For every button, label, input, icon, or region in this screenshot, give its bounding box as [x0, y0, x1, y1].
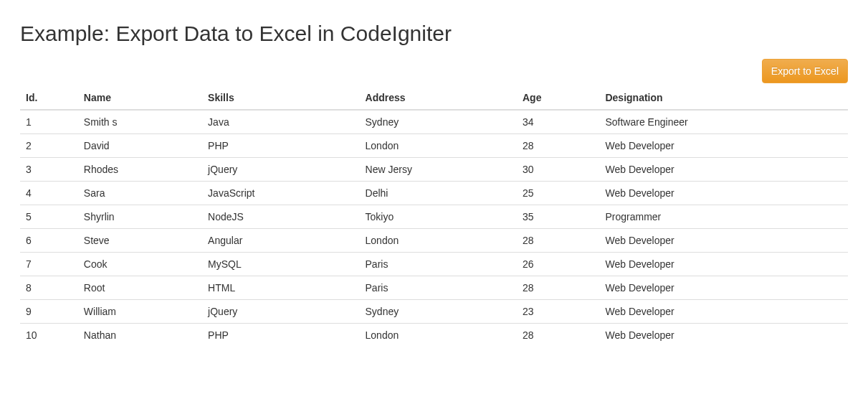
cell-address: London: [360, 134, 517, 158]
cell-id: 1: [20, 110, 78, 134]
column-header-address: Address: [360, 86, 517, 110]
cell-skills: PHP: [202, 324, 359, 347]
cell-skills: Angular: [202, 229, 359, 253]
toolbar: Export to Excel: [20, 59, 848, 83]
cell-skills: jQuery: [202, 158, 359, 182]
cell-age: 28: [517, 134, 600, 158]
cell-id: 2: [20, 134, 78, 158]
data-table: Id. Name Skills Address Age Designation …: [20, 86, 848, 347]
cell-name: David: [78, 134, 202, 158]
cell-address: Paris: [360, 276, 517, 300]
table-row: 9WilliamjQuerySydney23Web Developer: [20, 300, 848, 324]
table-row: 3RhodesjQueryNew Jersy30Web Developer: [20, 158, 848, 182]
cell-age: 26: [517, 253, 600, 276]
cell-address: Tokiyo: [360, 205, 517, 229]
table-header-row: Id. Name Skills Address Age Designation: [20, 86, 848, 110]
cell-age: 30: [517, 158, 600, 182]
cell-id: 4: [20, 182, 78, 205]
cell-name: William: [78, 300, 202, 324]
cell-designation: Programmer: [599, 205, 848, 229]
cell-id: 10: [20, 324, 78, 347]
page-title: Example: Export Data to Excel in CodeIgn…: [20, 22, 848, 46]
cell-designation: Web Developer: [599, 300, 848, 324]
table-row: 2DavidPHPLondon28Web Developer: [20, 134, 848, 158]
cell-name: Nathan: [78, 324, 202, 347]
column-header-id: Id.: [20, 86, 78, 110]
cell-name: Sara: [78, 182, 202, 205]
cell-designation: Web Developer: [599, 182, 848, 205]
cell-name: Rhodes: [78, 158, 202, 182]
cell-skills: Java: [202, 110, 359, 134]
cell-skills: HTML: [202, 276, 359, 300]
cell-skills: MySQL: [202, 253, 359, 276]
cell-name: Cook: [78, 253, 202, 276]
cell-age: 34: [517, 110, 600, 134]
cell-skills: NodeJS: [202, 205, 359, 229]
cell-age: 28: [517, 276, 600, 300]
cell-id: 8: [20, 276, 78, 300]
cell-name: Root: [78, 276, 202, 300]
cell-age: 28: [517, 229, 600, 253]
cell-skills: JavaScript: [202, 182, 359, 205]
cell-id: 5: [20, 205, 78, 229]
cell-address: London: [360, 324, 517, 347]
cell-id: 3: [20, 158, 78, 182]
cell-name: Shyrlin: [78, 205, 202, 229]
cell-designation: Web Developer: [599, 324, 848, 347]
cell-id: 9: [20, 300, 78, 324]
cell-name: Smith s: [78, 110, 202, 134]
cell-address: London: [360, 229, 517, 253]
column-header-skills: Skills: [202, 86, 359, 110]
column-header-name: Name: [78, 86, 202, 110]
cell-designation: Software Engineer: [599, 110, 848, 134]
cell-id: 7: [20, 253, 78, 276]
cell-designation: Web Developer: [599, 134, 848, 158]
cell-age: 28: [517, 324, 600, 347]
table-row: 1Smith sJavaSydney34Software Engineer: [20, 110, 848, 134]
table-row: 10NathanPHPLondon28Web Developer: [20, 324, 848, 347]
cell-designation: Web Developer: [599, 229, 848, 253]
cell-age: 25: [517, 182, 600, 205]
cell-address: Sydney: [360, 110, 517, 134]
cell-address: Sydney: [360, 300, 517, 324]
cell-age: 35: [517, 205, 600, 229]
table-row: 7CookMySQLParis26Web Developer: [20, 253, 848, 276]
column-header-designation: Designation: [599, 86, 848, 110]
cell-name: Steve: [78, 229, 202, 253]
table-row: 5ShyrlinNodeJSTokiyo35Programmer: [20, 205, 848, 229]
cell-designation: Web Developer: [599, 276, 848, 300]
cell-address: Delhi: [360, 182, 517, 205]
cell-designation: Web Developer: [599, 253, 848, 276]
column-header-age: Age: [517, 86, 600, 110]
cell-id: 6: [20, 229, 78, 253]
cell-address: New Jersy: [360, 158, 517, 182]
table-row: 8RootHTMLParis28Web Developer: [20, 276, 848, 300]
table-row: 6SteveAngularLondon28Web Developer: [20, 229, 848, 253]
cell-designation: Web Developer: [599, 158, 848, 182]
table-row: 4SaraJavaScriptDelhi25Web Developer: [20, 182, 848, 205]
export-to-excel-button[interactable]: Export to Excel: [762, 59, 848, 83]
cell-address: Paris: [360, 253, 517, 276]
cell-skills: jQuery: [202, 300, 359, 324]
cell-age: 23: [517, 300, 600, 324]
cell-skills: PHP: [202, 134, 359, 158]
